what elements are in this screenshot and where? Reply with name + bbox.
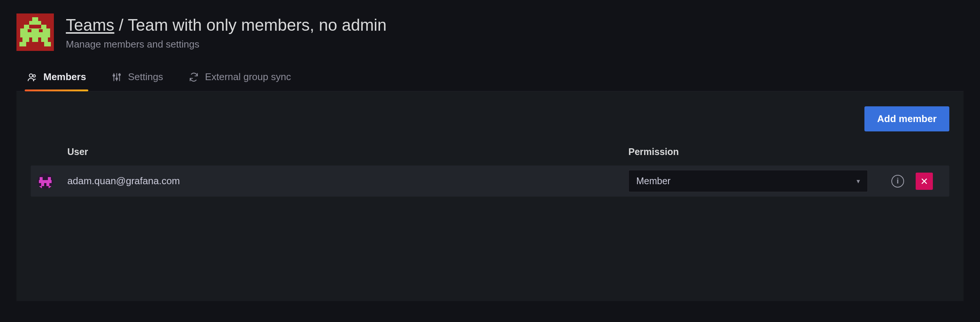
permission-value: Member bbox=[636, 175, 671, 187]
members-panel: Add member User Permission bbox=[16, 91, 964, 301]
members-table: User Permission bbox=[31, 147, 949, 196]
svg-point-3 bbox=[113, 75, 115, 76]
svg-point-7 bbox=[119, 74, 121, 75]
close-icon bbox=[921, 177, 928, 185]
remove-member-button[interactable] bbox=[916, 172, 933, 190]
svg-point-5 bbox=[116, 78, 118, 80]
page-title: Team with only members, no admin bbox=[127, 16, 387, 34]
team-avatar bbox=[16, 13, 54, 51]
tab-members[interactable]: Members bbox=[25, 71, 88, 91]
sync-icon bbox=[189, 72, 199, 82]
col-permission: Permission bbox=[628, 147, 883, 157]
breadcrumb-teams-link[interactable]: Teams bbox=[66, 16, 115, 34]
svg-point-0 bbox=[29, 74, 33, 77]
sliders-icon bbox=[111, 72, 122, 82]
col-user: User bbox=[67, 147, 628, 157]
table-row: adam.quan@grafana.com Member ▾ i bbox=[31, 166, 949, 196]
breadcrumb: Teams / Team with only members, no admin bbox=[66, 16, 387, 35]
table-header: User Permission bbox=[31, 147, 949, 166]
members-icon bbox=[27, 72, 37, 82]
chevron-down-icon: ▾ bbox=[857, 177, 860, 185]
tab-external-group-sync[interactable]: External group sync bbox=[186, 71, 293, 91]
user-email: adam.quan@grafana.com bbox=[67, 175, 180, 187]
tab-settings[interactable]: Settings bbox=[109, 71, 165, 91]
breadcrumb-separator: / bbox=[115, 16, 128, 34]
permission-select[interactable]: Member ▾ bbox=[628, 170, 868, 192]
user-avatar bbox=[37, 173, 53, 189]
page-subtitle: Manage members and settings bbox=[66, 38, 387, 50]
tab-label: Members bbox=[43, 71, 86, 83]
tab-label: Settings bbox=[128, 71, 163, 83]
tab-label: External group sync bbox=[205, 71, 291, 83]
info-icon[interactable]: i bbox=[891, 175, 904, 188]
add-member-button[interactable]: Add member bbox=[864, 106, 949, 131]
tabs: Members Settings External group sync bbox=[16, 71, 964, 91]
page-header: Teams / Team with only members, no admin… bbox=[16, 13, 964, 51]
svg-point-1 bbox=[33, 75, 35, 77]
